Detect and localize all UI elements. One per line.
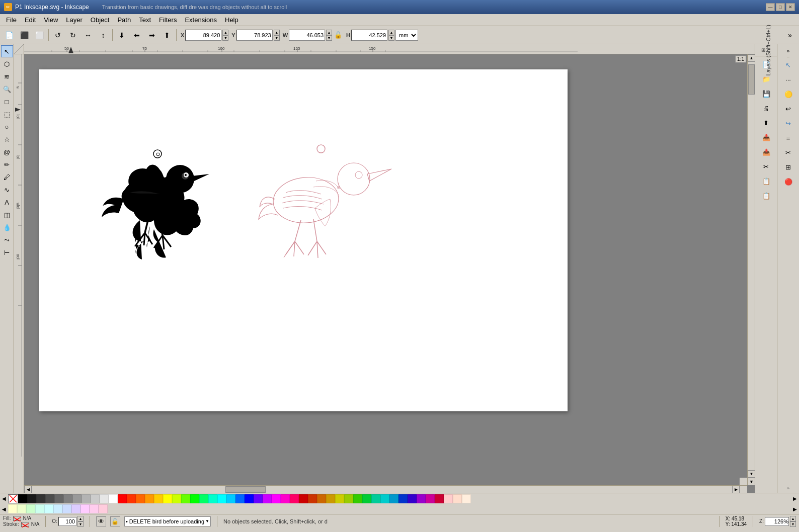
- tweak-tool-btn[interactable]: ≋: [1, 70, 13, 82]
- flip-h-btn[interactable]: ↔: [81, 28, 95, 42]
- fill-btn active[interactable]: 🟡: [781, 87, 795, 101]
- y-spin-down[interactable]: ▼: [274, 35, 280, 41]
- align-left-btn[interactable]: ⬅: [130, 28, 144, 42]
- lock-aspect-icon[interactable]: 🔓: [334, 31, 342, 39]
- color-swatch[interactable]: [145, 494, 154, 503]
- menu-text[interactable]: Text: [135, 15, 155, 25]
- menu-layer[interactable]: Layer: [62, 15, 87, 25]
- color-swatch[interactable]: [35, 504, 44, 513]
- color-swatch[interactable]: [27, 494, 36, 503]
- opacity-input[interactable]: [58, 517, 76, 526]
- layer-add-btn[interactable]: ⬆: [759, 116, 773, 130]
- dropper-tool-btn[interactable]: 💧: [1, 221, 13, 233]
- layer-dropdown[interactable]: • DELETE bird before uploading ▼: [124, 516, 211, 526]
- color-swatch[interactable]: [17, 504, 26, 513]
- scroll-up-btn[interactable]: ▲: [748, 54, 755, 62]
- color-swatch[interactable]: [81, 504, 90, 513]
- canvas-scroll[interactable]: 1:1: [24, 54, 747, 485]
- color-swatch[interactable]: [44, 504, 53, 513]
- print-btn[interactable]: 🖨: [759, 101, 773, 115]
- fill-swatch[interactable]: [13, 516, 21, 521]
- more-btn[interactable]: »: [783, 28, 797, 42]
- scrollbar-vertical[interactable]: ▲ ▼ ▼: [747, 54, 755, 485]
- layers-panel-btn[interactable]: ⊞ Layers (Shift+Ctrl+L): [755, 44, 777, 56]
- color-swatch[interactable]: [63, 494, 72, 503]
- scroll-thumb-horizontal[interactable]: [225, 486, 266, 493]
- snap-node-btn[interactable]: ···: [781, 72, 795, 86]
- connector-tool-btn[interactable]: ⤳: [1, 234, 13, 246]
- text-tool-btn[interactable]: A: [1, 196, 13, 208]
- menu-file[interactable]: File: [2, 15, 21, 25]
- cut2-btn[interactable]: ✂: [781, 145, 795, 159]
- color-swatch[interactable]: [99, 504, 108, 513]
- palette2-scroll-left[interactable]: ◀: [0, 504, 8, 514]
- y-input[interactable]: [236, 30, 273, 41]
- color-swatch[interactable]: [453, 494, 462, 503]
- star-tool-btn[interactable]: ☆: [1, 133, 13, 145]
- opacity-spin-up[interactable]: ▲: [77, 516, 84, 521]
- color-swatch[interactable]: [217, 494, 226, 503]
- select-all-btn[interactable]: ⬛: [17, 28, 31, 42]
- maximize-button[interactable]: □: [776, 3, 785, 11]
- color-swatch[interactable]: [91, 494, 100, 503]
- color-swatch[interactable]: [154, 494, 163, 503]
- w-spin-up[interactable]: ▲: [326, 30, 332, 35]
- menu-object[interactable]: Object: [87, 15, 114, 25]
- menu-extensions[interactable]: Extensions: [181, 15, 221, 25]
- color-swatch[interactable]: [462, 494, 471, 503]
- select-in-all-btn[interactable]: ⬜: [32, 28, 46, 42]
- redo-btn[interactable]: ↪: [781, 116, 795, 130]
- zoom-spin-up[interactable]: ▲: [790, 516, 796, 521]
- spiral-tool-btn[interactable]: @: [1, 146, 13, 158]
- scroll-down-btn[interactable]: ▼: [748, 470, 755, 478]
- far-right-top[interactable]: »: [787, 45, 790, 57]
- color-swatch[interactable]: [326, 494, 335, 503]
- color-swatch[interactable]: [72, 494, 82, 503]
- node-tool-btn[interactable]: ⬡: [1, 58, 13, 70]
- no-color-swatch[interactable]: [8, 494, 18, 503]
- color-swatch[interactable]: [389, 494, 398, 503]
- color-swatch[interactable]: [199, 494, 208, 503]
- color-swatch[interactable]: [335, 494, 344, 503]
- minimize-button[interactable]: —: [766, 3, 775, 11]
- w-input[interactable]: [289, 30, 325, 41]
- color-swatch[interactable]: [299, 494, 308, 503]
- measure-tool-btn[interactable]: ⊢: [1, 246, 13, 258]
- color-swatch[interactable]: [190, 494, 199, 503]
- color-swatch[interactable]: [408, 494, 417, 503]
- color-swatch[interactable]: [380, 494, 389, 503]
- color-swatch[interactable]: [136, 494, 145, 503]
- color-swatch[interactable]: [208, 494, 217, 503]
- copy-btn[interactable]: 📋: [759, 174, 773, 188]
- lock-toggle[interactable]: 🔓: [110, 516, 120, 526]
- stroke-swatch[interactable]: [21, 522, 29, 527]
- menu-view[interactable]: View: [40, 15, 62, 25]
- color-swatch[interactable]: [308, 494, 317, 503]
- import-btn[interactable]: 📥: [759, 130, 773, 144]
- color-swatch[interactable]: [118, 494, 127, 503]
- rotate-ccw-btn[interactable]: ↺: [51, 28, 65, 42]
- scroll-right-btn[interactable]: ▶: [732, 486, 740, 493]
- palette-scroll-right[interactable]: ▶: [791, 493, 799, 504]
- color-swatch[interactable]: [45, 494, 54, 503]
- h-input[interactable]: [351, 30, 387, 41]
- w-spin-down[interactable]: ▼: [326, 35, 332, 41]
- scroll-bottom-corner[interactable]: ▼: [748, 478, 755, 485]
- align-top-btn[interactable]: ⬆: [160, 28, 174, 42]
- unit-select[interactable]: mm px cm in: [395, 30, 418, 41]
- h-spin-up[interactable]: ▲: [388, 30, 394, 35]
- palette2-scroll-right[interactable]: ▶: [791, 504, 799, 514]
- gradient-tool-btn[interactable]: ◫: [1, 209, 13, 221]
- menu-help[interactable]: Help: [221, 15, 243, 25]
- color-swatch[interactable]: [281, 494, 290, 503]
- color-swatch[interactable]: [71, 504, 81, 513]
- ellipse-tool-btn[interactable]: ○: [1, 121, 13, 133]
- zoom-spin-down[interactable]: ▼: [790, 521, 796, 527]
- zoom-tool-btn[interactable]: 🔍: [1, 83, 13, 95]
- menu-path[interactable]: Path: [113, 15, 135, 25]
- color-swatch[interactable]: [235, 494, 245, 503]
- color-swatch[interactable]: [36, 494, 45, 503]
- export-btn[interactable]: 📤: [759, 145, 773, 159]
- align-right-btn[interactable]: ➡: [145, 28, 159, 42]
- save-btn[interactable]: 💾: [759, 86, 773, 101]
